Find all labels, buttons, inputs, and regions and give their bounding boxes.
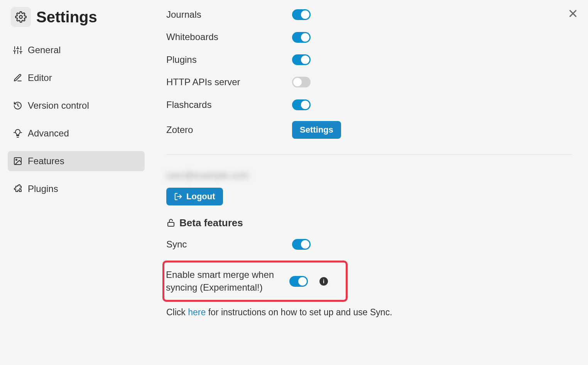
- toggle-journals[interactable]: [292, 9, 311, 20]
- sidebar-header: Settings: [8, 7, 145, 27]
- svg-rect-17: [168, 222, 174, 226]
- toggle-sync[interactable]: [292, 239, 311, 250]
- gear-icon: [11, 7, 31, 27]
- edit-icon: [13, 73, 22, 82]
- sidebar-item-plugins[interactable]: Plugins: [8, 179, 145, 199]
- sidebar-item-label: Plugins: [28, 183, 58, 194]
- setting-label: Zotero: [166, 124, 292, 136]
- sidebar-item-version-control[interactable]: Version control: [8, 96, 145, 116]
- lightbulb-icon: [13, 129, 22, 138]
- setting-row-plugins: Plugins: [166, 54, 573, 66]
- svg-point-0: [19, 15, 22, 19]
- button-label: Logout: [186, 192, 215, 202]
- sidebar-item-label: Advanced: [28, 128, 69, 139]
- toggle-plugins[interactable]: [292, 54, 311, 65]
- zotero-settings-button[interactable]: Settings: [292, 121, 341, 139]
- history-icon: [13, 101, 22, 110]
- sidebar-item-label: Features: [28, 156, 64, 167]
- text: for instructions on how to set up and us…: [206, 307, 392, 317]
- beta-title: Beta features: [179, 217, 243, 229]
- setting-row-zotero: Zotero Settings: [166, 121, 573, 139]
- sync-instructions-link[interactable]: here: [188, 307, 206, 317]
- sidebar-item-general[interactable]: General: [8, 40, 145, 60]
- sidebar-item-label: Version control: [28, 100, 89, 111]
- setting-label: Journals: [166, 8, 292, 21]
- logout-button[interactable]: Logout: [166, 188, 223, 205]
- button-label: Settings: [300, 125, 333, 135]
- setting-label: Plugins: [166, 54, 292, 66]
- text: Click: [166, 307, 188, 317]
- setting-label: Whiteboards: [166, 31, 292, 43]
- settings-sidebar: Settings General Editor: [0, 0, 152, 365]
- setting-label: HTTP APIs server: [166, 76, 292, 88]
- setting-label: Sync: [166, 238, 292, 251]
- toggle-smart-merge[interactable]: [289, 276, 308, 287]
- setting-row-whiteboards: Whiteboards: [166, 31, 573, 43]
- section-divider: [166, 154, 573, 155]
- account-email-masked: user@example.com: [166, 170, 573, 181]
- close-icon: [567, 8, 579, 19]
- unlock-icon: [166, 218, 176, 227]
- sliders-icon: [13, 45, 22, 55]
- sidebar-item-advanced[interactable]: Advanced: [8, 123, 145, 143]
- setting-label: Flashcards: [166, 99, 292, 111]
- highlight-smart-merge: Enable smart merge when syncing (Experim…: [162, 261, 348, 302]
- image-icon: [13, 156, 22, 166]
- toggle-whiteboards[interactable]: [292, 32, 311, 43]
- setting-row-flashcards: Flashcards: [166, 99, 573, 111]
- toggle-http-apis[interactable]: [292, 77, 311, 87]
- sidebar-item-label: Editor: [28, 72, 52, 83]
- setting-label: Enable smart merge when syncing (Experim…: [166, 269, 289, 294]
- toggle-flashcards[interactable]: [292, 99, 311, 110]
- beta-features-header: Beta features: [166, 217, 573, 229]
- svg-point-13: [16, 159, 17, 160]
- setting-row-smart-merge: Enable smart merge when syncing (Experim…: [166, 269, 341, 294]
- settings-main: Journals Whiteboards Plugins HTTP APIs s…: [152, 0, 588, 365]
- logout-icon: [174, 192, 182, 201]
- page-title: Settings: [36, 8, 97, 26]
- close-button[interactable]: [567, 8, 579, 19]
- info-icon[interactable]: i: [319, 277, 328, 286]
- sidebar-item-label: General: [28, 45, 61, 56]
- sidebar-item-features[interactable]: Features: [8, 151, 145, 171]
- setting-row-journals: Journals: [166, 8, 573, 21]
- sync-instructions: Click here for instructions on how to se…: [166, 307, 573, 318]
- setting-row-sync: Sync: [166, 238, 573, 251]
- setting-row-http-apis: HTTP APIs server: [166, 76, 573, 88]
- sidebar-item-editor[interactable]: Editor: [8, 68, 145, 88]
- puzzle-icon: [13, 184, 22, 193]
